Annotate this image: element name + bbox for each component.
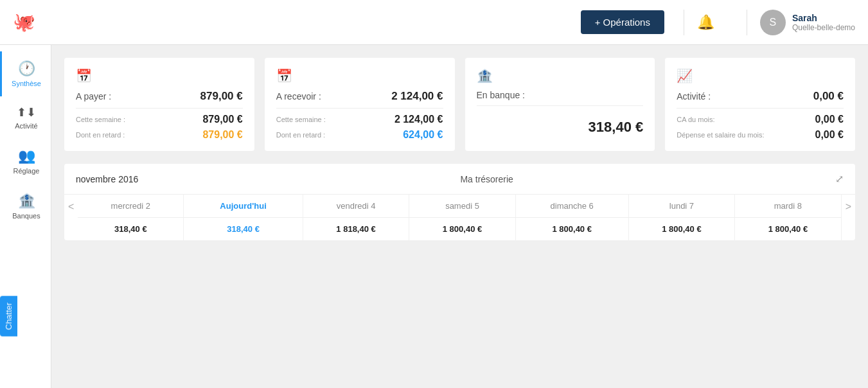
- tresorerie-body: < mercredi 2 Aujourd'hui vendredi 4 same…: [64, 195, 855, 240]
- day-header-1: Aujourd'hui: [184, 195, 303, 218]
- tresorerie-header-row: mercredi 2 Aujourd'hui vendredi 4 samedi…: [78, 195, 841, 218]
- payer-late-label: Dont en retard :: [76, 131, 125, 139]
- calendar-icon-recevoir: 📅: [276, 68, 292, 84]
- recevoir-week-label: Cette semaine :: [276, 116, 326, 123]
- sidebar-label-banques: Banques: [12, 212, 40, 220]
- activite-ca-label: CA du mois:: [677, 116, 714, 123]
- day-header-3: samedi 5: [409, 195, 515, 218]
- day-amount-2: 1 818,40 € Auprès 1 500,00 € bruneau -18…: [303, 218, 409, 241]
- activite-ca-value: 0,00 €: [815, 114, 844, 125]
- recevoir-late-label: Dont en retard :: [276, 131, 325, 139]
- bank-icon-card: 🏦: [477, 68, 493, 84]
- day-amount-5: 1 800,40 €: [628, 218, 734, 241]
- sidebar-item-reglage[interactable]: 👥 Réglage: [0, 139, 51, 184]
- day-header-2: vendredi 4: [303, 195, 409, 218]
- card-title-activite: Activité :: [677, 91, 711, 101]
- day-amount-0: 318,40 €: [78, 218, 183, 241]
- logo-icon: 🐙: [13, 12, 35, 33]
- day-header-6: mardi 8: [735, 195, 841, 218]
- user-menu[interactable]: S Sarah Quelle-belle-demo: [760, 10, 855, 35]
- card-a-payer: 📅 A payer : 879,00 € Cette semaine : 879…: [64, 58, 254, 151]
- card-amount-recevoir: 2 124,00 €: [391, 90, 443, 103]
- sidebar-item-banques[interactable]: 🏦 Banques: [0, 184, 51, 229]
- main-content: 📅 A payer : 879,00 € Cette semaine : 879…: [51, 45, 868, 388]
- arrows-icon: ⬆⬇: [17, 105, 36, 119]
- sidebar-label-activite: Activité: [15, 122, 37, 130]
- day-amount-4: 1 800,40 €: [515, 218, 628, 241]
- user-info: Sarah Quelle-belle-demo: [792, 13, 855, 32]
- nav-prev-arrow[interactable]: <: [64, 195, 78, 240]
- summary-cards: 📅 A payer : 879,00 € Cette semaine : 879…: [64, 58, 855, 151]
- operations-button[interactable]: + Opérations: [581, 10, 664, 34]
- day-amount-3: 1 800,40 €: [409, 218, 515, 241]
- sidebar-item-synthese[interactable]: 🕐 Synthèse: [0, 51, 51, 96]
- group-icon: 👥: [18, 148, 35, 164]
- tresorerie-title: Ma trésorerie: [460, 174, 513, 184]
- day-header-5: lundi 7: [628, 195, 734, 218]
- payer-week-label: Cette semaine :: [76, 116, 125, 123]
- layout: 🕐 Synthèse ⬆⬇ Activité 👥 Réglage 🏦 Banqu…: [0, 45, 868, 388]
- card-title-payer: A payer :: [76, 91, 111, 101]
- expand-icon[interactable]: ⤢: [835, 173, 844, 185]
- card-title-banque: En banque :: [477, 90, 526, 100]
- recevoir-week-value: 2 124,00 €: [394, 114, 443, 125]
- activite-depense-value: 0,00 €: [815, 129, 844, 141]
- notifications-bell[interactable]: 🔔: [697, 14, 714, 31]
- trend-icon: 📈: [677, 68, 693, 84]
- tresorerie-table: mercredi 2 Aujourd'hui vendredi 4 samedi…: [78, 195, 841, 240]
- chat-tab[interactable]: Chatter: [0, 296, 17, 337]
- card-amount-activite: 0,00 €: [813, 90, 844, 103]
- day-amount-6: 1 800,40 €: [735, 218, 841, 241]
- tresorerie-section: novembre 2016 Ma trésorerie ⤢ < mercredi…: [64, 164, 855, 240]
- nav-next-arrow[interactable]: >: [842, 195, 855, 240]
- tresorerie-month: novembre 2016: [76, 174, 138, 184]
- sidebar: 🕐 Synthèse ⬆⬇ Activité 👥 Réglage 🏦 Banqu…: [0, 45, 51, 388]
- recevoir-late-value: 624,00 €: [403, 129, 443, 141]
- tresorerie-amounts-row: 318,40 € 318,40 € 1 818,40 € Auprès 1 50…: [78, 218, 841, 241]
- sidebar-label-synthese: Synthèse: [12, 80, 41, 87]
- banque-value: 318,40 €: [589, 119, 644, 136]
- calendar-icon-payer: 📅: [76, 68, 92, 84]
- sidebar-item-activite[interactable]: ⬆⬇ Activité: [0, 96, 51, 139]
- card-en-banque: 🏦 En banque : 318,40 €: [465, 58, 655, 151]
- card-title-recevoir: A recevoir :: [276, 91, 321, 101]
- day-header-4: dimanche 6: [515, 195, 628, 218]
- avatar: S: [760, 10, 786, 35]
- bank-icon: 🏦: [18, 193, 35, 209]
- clock-icon: 🕐: [18, 60, 35, 77]
- sidebar-label-reglage: Réglage: [13, 167, 40, 175]
- payer-week-value: 879,00 €: [202, 114, 242, 125]
- user-name: Sarah: [792, 13, 855, 23]
- topnav: 🐙 + Opérations 🔔 S Sarah Quelle-belle-de…: [0, 0, 868, 45]
- activite-depense-label: Dépense et salaire du mois:: [677, 131, 764, 139]
- card-activite: 📈 Activité : 0,00 € CA du mois: 0,00 € D…: [665, 58, 855, 151]
- payer-late-value: 879,00 €: [202, 129, 242, 141]
- tresorerie-header: novembre 2016 Ma trésorerie ⤢: [64, 164, 855, 195]
- day-header-0: mercredi 2: [78, 195, 183, 218]
- day-amount-1: 318,40 €: [184, 218, 303, 241]
- card-amount-payer: 879,00 €: [200, 90, 243, 103]
- card-a-recevoir: 📅 A recevoir : 2 124,00 € Cette semaine …: [265, 58, 455, 151]
- user-demo: Quelle-belle-demo: [792, 23, 855, 32]
